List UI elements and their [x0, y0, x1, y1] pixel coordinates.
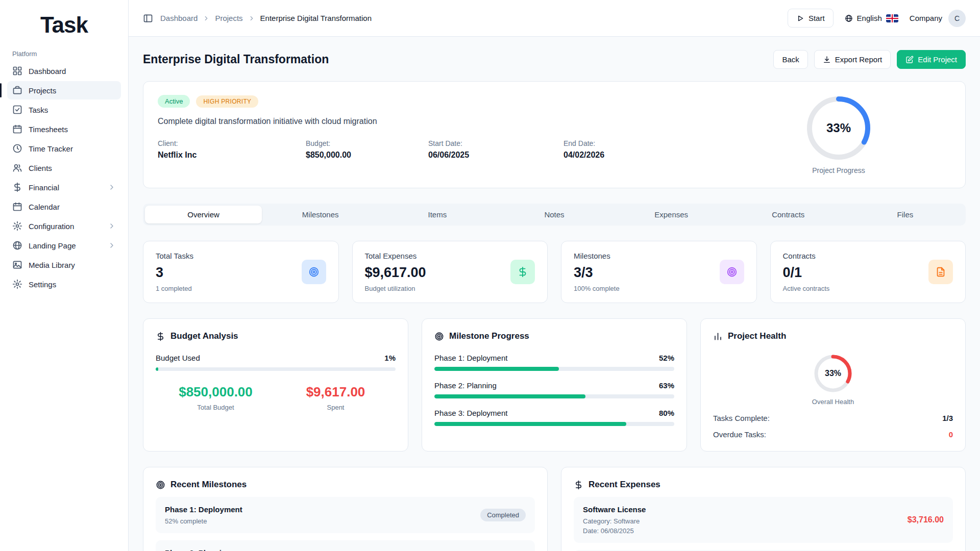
- sidebar-item-tasks[interactable]: Tasks: [7, 101, 121, 119]
- sidebar-item-timesheets[interactable]: Timesheets: [7, 120, 121, 138]
- expense-list-item[interactable]: Software License Category: Software Date…: [574, 497, 953, 543]
- breadcrumb-dashboard[interactable]: Dashboard: [160, 14, 198, 22]
- avatar[interactable]: C: [948, 10, 966, 27]
- export-report-button[interactable]: Export Report: [814, 50, 891, 69]
- export-button-label: Export Report: [835, 55, 883, 64]
- card-title: Recent Expenses: [589, 480, 660, 490]
- account-menu[interactable]: Company C: [910, 10, 966, 27]
- sidebar-item-label: Settings: [29, 280, 56, 289]
- field-end-date: End Date: 04/02/2026: [564, 139, 604, 160]
- budget-progress-bar: [156, 367, 396, 371]
- tab-expenses[interactable]: Expenses: [613, 206, 730, 223]
- sidebar-item-calendar[interactable]: Calendar: [7, 197, 121, 216]
- milestone-progress-bar: [434, 422, 674, 426]
- tab-files[interactable]: Files: [847, 206, 964, 223]
- target-icon: [434, 332, 444, 341]
- users-icon: [12, 163, 22, 173]
- project-progress-ring: 33%: [805, 95, 872, 161]
- health-gauge: 33%: [813, 354, 853, 393]
- tab-contracts[interactable]: Contracts: [730, 206, 847, 223]
- sidebar-item-dashboard[interactable]: Dashboard: [7, 62, 121, 80]
- sidebar-item-label: Tasks: [29, 106, 48, 114]
- sidebar-item-label: Landing Page: [29, 241, 76, 250]
- sidebar-item-settings[interactable]: Settings: [7, 275, 121, 293]
- sidebar-toggle-button[interactable]: [143, 13, 153, 23]
- health-caption: Overall Health: [812, 398, 854, 406]
- main-content: Enterprise Digital Transformation Back E…: [129, 37, 980, 551]
- stat-milestones: Milestones 3/3 100% complete: [561, 241, 757, 303]
- field-client: Client: Netflix Inc: [158, 139, 306, 160]
- dollar-icon: [574, 480, 583, 490]
- dollar-icon: [12, 182, 22, 192]
- check-square-icon: [12, 105, 22, 115]
- back-button-label: Back: [782, 55, 799, 64]
- sidebar-item-label: Configuration: [29, 222, 74, 231]
- sidebar-item-configuration[interactable]: Configuration: [7, 217, 121, 235]
- sidebar-item-label: Timesheets: [29, 125, 68, 134]
- edit-project-button[interactable]: Edit Project: [897, 50, 966, 69]
- edit-button-label: Edit Project: [918, 55, 957, 64]
- sidebar-item-label: Projects: [29, 86, 56, 95]
- topbar: Dashboard Projects Enterprise Digital Tr…: [129, 0, 980, 37]
- field-budget: Budget: $850,000.00: [306, 139, 428, 160]
- milestone-progress-bar: [434, 394, 674, 398]
- sidebar-item-label: Financial: [29, 183, 59, 192]
- progress-percent: 33%: [805, 95, 872, 161]
- milestone-row: Phase 2: Planning 63%: [434, 381, 674, 398]
- stat-contracts: Contracts 0/1 Active contracts: [770, 241, 966, 303]
- sidebar-item-landing-page[interactable]: Landing Page: [7, 236, 121, 255]
- sidebar-item-projects[interactable]: Projects: [7, 81, 121, 99]
- gear-icon: [12, 279, 22, 289]
- milestone-progress-bar: [434, 367, 674, 371]
- target-icon: [302, 260, 326, 284]
- card-title: Milestone Progress: [449, 331, 529, 341]
- back-button[interactable]: Back: [773, 50, 807, 69]
- breadcrumb: Dashboard Projects Enterprise Digital Tr…: [160, 14, 372, 22]
- card-title: Recent Milestones: [170, 480, 247, 490]
- dollar-icon: [156, 332, 165, 341]
- project-description: Complete digital transformation initiati…: [158, 117, 726, 126]
- sidebar-item-time-tracker[interactable]: Time Tracker: [7, 139, 121, 158]
- sidebar-item-label: Calendar: [29, 203, 60, 211]
- calendar-icon: [12, 202, 22, 212]
- sidebar-item-clients[interactable]: Clients: [7, 159, 121, 177]
- priority-badge: HIGH PRIORITY: [196, 95, 258, 108]
- chevron-right-icon: [108, 183, 116, 191]
- chevron-right-icon: [203, 15, 210, 22]
- bar-chart-icon: [713, 332, 723, 341]
- calendar-icon: [12, 124, 22, 134]
- document-icon: [928, 260, 953, 284]
- language-label: English: [857, 14, 882, 22]
- sidebar-item-media-library[interactable]: Media Library: [7, 256, 121, 274]
- tab-notes[interactable]: Notes: [496, 206, 612, 223]
- image-icon: [12, 260, 22, 270]
- expense-amount: $3,716.00: [908, 515, 944, 524]
- milestone-list-item[interactable]: Phase 2: Planning 63% complete Completed: [156, 540, 535, 551]
- health-percent: 33%: [813, 354, 853, 393]
- download-icon: [823, 56, 831, 64]
- tab-overview[interactable]: Overview: [145, 206, 262, 223]
- tab-milestones[interactable]: Milestones: [262, 206, 379, 223]
- start-button[interactable]: Start: [788, 9, 834, 28]
- budget-used-label: Budget Used: [156, 354, 200, 362]
- completed-badge: Completed: [480, 509, 526, 521]
- chevron-right-icon: [108, 222, 116, 230]
- budget-analysis-card: Budget Analysis Budget Used 1% $850,000.…: [143, 318, 408, 452]
- dollar-icon: [510, 260, 535, 284]
- uk-flag-icon: [886, 14, 898, 22]
- card-title: Budget Analysis: [170, 331, 238, 341]
- breadcrumb-current: Enterprise Digital Transformation: [260, 14, 372, 22]
- page-title: Enterprise Digital Transformation: [143, 53, 329, 66]
- sidebar-item-label: Clients: [29, 164, 52, 172]
- recent-expenses-card: Recent Expenses Software License Categor…: [561, 467, 966, 551]
- budget-used-percent: 1%: [384, 354, 396, 362]
- milestone-list-item[interactable]: Phase 1: Deployment 52% complete Complet…: [156, 497, 535, 533]
- chevron-right-icon: [108, 241, 116, 249]
- language-selector[interactable]: English: [845, 14, 898, 22]
- sidebar-section-label: Platform: [7, 43, 121, 62]
- breadcrumb-projects[interactable]: Projects: [215, 14, 242, 22]
- sidebar-item-label: Media Library: [29, 261, 75, 269]
- field-start-date: Start Date: 06/06/2025: [428, 139, 564, 160]
- tab-items[interactable]: Items: [379, 206, 496, 223]
- sidebar-item-financial[interactable]: Financial: [7, 178, 121, 196]
